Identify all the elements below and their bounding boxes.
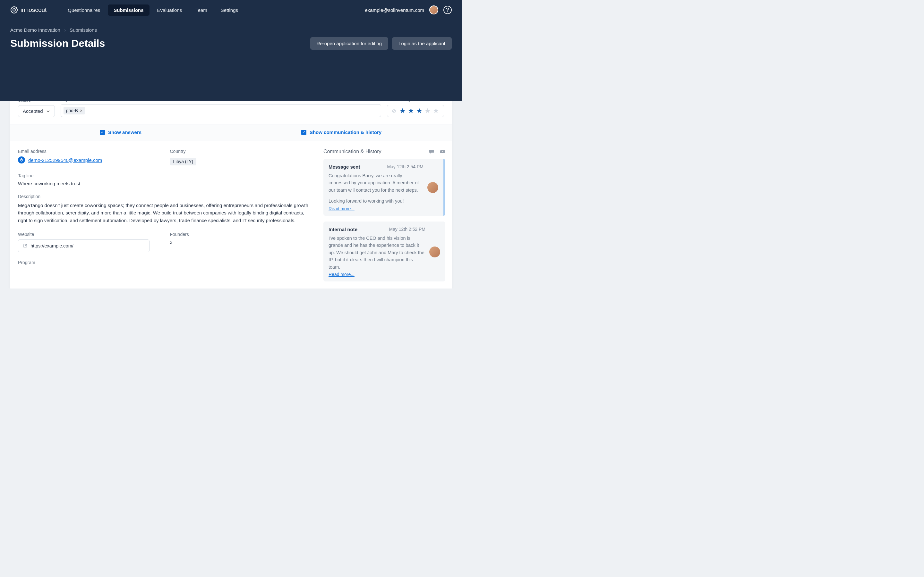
description-value: MegaTango doesn't just create coworking … [18,201,309,224]
show-answers-label[interactable]: Show answers [108,129,142,135]
chat-icon[interactable] [429,149,435,155]
msg-time: May 12th 2:52 PM [389,227,425,232]
tagline-label: Tag line [18,173,309,178]
svg-point-3 [16,7,17,9]
help-icon[interactable]: ? [443,6,452,14]
login-as-button[interactable]: Login as the applicant [392,37,452,50]
nav-questionnaires[interactable]: Questionnaires [62,5,106,16]
reopen-button[interactable]: Re-open application for editing [310,37,388,50]
founders-value: 3 [170,239,309,245]
chevron-down-icon [46,109,50,113]
power-icon [18,156,25,163]
star-4[interactable]: ★ [425,107,431,114]
msg-text: Congratulations Barry, we are really imp… [328,172,423,193]
description-label: Description [18,194,309,199]
chevron-right-icon: › [64,27,66,33]
read-more-link[interactable]: Read more... [328,272,355,277]
svg-point-2 [14,10,15,11]
internal-note-card: Internal note May 12th 2:52 PM I've spok… [323,221,445,282]
main-nav: Questionnaires Submissions Evaluations T… [62,5,244,16]
status-select[interactable]: Accepted [18,105,55,117]
country-chip: Libya (LY) [170,158,197,165]
msg-title: Internal note [328,227,357,232]
email-link[interactable]: demo-2125299540@example.com [28,157,102,163]
founders-label: Founders [170,232,309,237]
star-3[interactable]: ★ [416,107,423,114]
read-more-link[interactable]: Read more... [328,206,355,211]
nav-settings[interactable]: Settings [215,5,244,16]
external-link-icon [23,243,27,248]
logo-icon [10,6,18,14]
tag-chip: prio-B × [63,107,86,114]
tags-input[interactable]: prio-B × [61,104,381,117]
star-1[interactable]: ★ [399,107,406,114]
rating-control[interactable]: ⊘ ★ ★ ★ ★ ★ [387,105,444,117]
status-value: Accepted [23,108,43,114]
clear-rating-icon[interactable]: ⊘ [392,108,396,114]
star-5[interactable]: ★ [433,107,439,114]
show-comm-label[interactable]: Show communication & history [310,129,381,135]
page-title: Submission Details [10,37,105,49]
user-avatar[interactable] [429,5,438,15]
breadcrumb: Acme Demo Innovation › Submissions [10,27,452,33]
nav-team[interactable]: Team [190,5,213,16]
breadcrumb-root[interactable]: Acme Demo Innovation [10,27,60,33]
brand-name: innoscout [21,6,47,13]
breadcrumb-leaf[interactable]: Submissions [69,27,97,33]
show-answers-checkbox[interactable]: ✓ [100,130,105,135]
message-sent-card: Message sent May 12th 2:54 PM Congratula… [323,159,445,216]
email-label: Email address [18,149,157,154]
mail-icon[interactable] [439,149,445,155]
msg-avatar [427,182,438,193]
nav-submissions[interactable]: Submissions [108,5,149,16]
tag-remove-icon[interactable]: × [80,108,82,113]
msg-avatar [429,247,440,258]
nav-evaluations[interactable]: Evaluations [152,5,188,16]
brand-logo[interactable]: innoscout [10,6,47,14]
star-2[interactable]: ★ [408,107,414,114]
website-field[interactable]: https://example.com/ [18,239,150,252]
user-email[interactable]: example@solinventum.com [365,7,424,13]
program-label: Program [18,260,309,265]
tag-text: prio-B [66,108,78,113]
comm-history-title: Communication & History [323,149,381,155]
msg-text: I've spoken to the CEO and his vision is… [328,235,425,271]
msg-title: Message sent [328,164,360,169]
msg-text2: Looking forward to working with you! [328,197,423,205]
tagline-value: Where coworking meets trust [18,181,309,186]
website-value: https://example.com/ [31,243,73,248]
show-comm-checkbox[interactable]: ✓ [301,130,306,135]
msg-time: May 12th 2:54 PM [387,164,423,169]
country-label: Country [170,149,309,154]
website-label: Website [18,232,157,237]
